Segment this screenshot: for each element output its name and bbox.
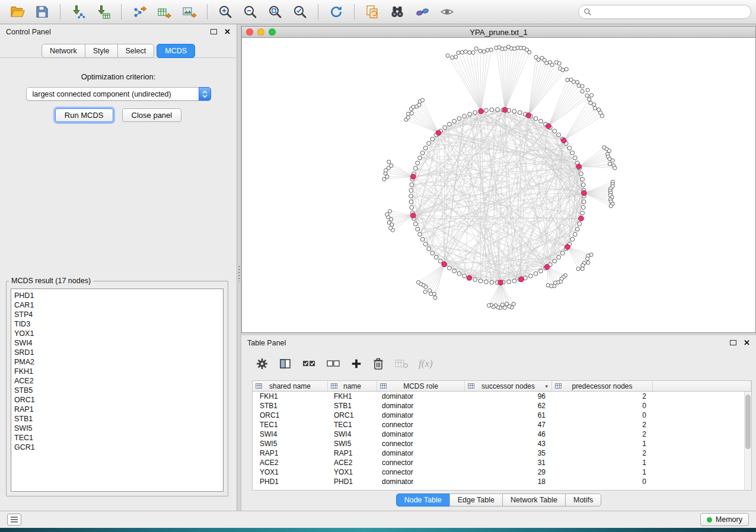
- criterion-select[interactable]: largest connected component (undirected): [26, 87, 211, 101]
- select-all-columns-button[interactable]: [302, 357, 316, 370]
- mcds-result-item[interactable]: GCR1: [14, 443, 220, 452]
- hide-graphics-details-button[interactable]: [410, 2, 435, 22]
- table-cell[interactable]: 96: [465, 392, 552, 400]
- mcds-result-item[interactable]: ORC1: [14, 395, 220, 405]
- table-cell[interactable]: 2: [552, 392, 653, 400]
- show-graphics-details-button[interactable]: [435, 2, 460, 22]
- table-cell[interactable]: connector: [377, 468, 465, 476]
- table-cell[interactable]: dominator: [377, 392, 465, 400]
- tab-motifs[interactable]: Motifs: [565, 493, 601, 507]
- zoom-fit-button[interactable]: [263, 2, 288, 22]
- mcds-result-item[interactable]: STP4: [14, 310, 220, 319]
- close-panel-icon[interactable]: ✕: [744, 339, 750, 347]
- table-cell[interactable]: SWI5: [328, 440, 377, 448]
- table-row[interactable]: ACE2ACE2connector311: [253, 458, 751, 467]
- table-cell[interactable]: dominator: [377, 430, 465, 438]
- table-cell[interactable]: 62: [465, 402, 552, 410]
- memory-button[interactable]: Memory: [700, 513, 749, 526]
- first-neighbors-button[interactable]: [385, 2, 410, 22]
- panel-splitter-vertical[interactable]: [237, 24, 241, 511]
- create-column-button[interactable]: [350, 358, 362, 370]
- tab-mcds[interactable]: MCDS: [157, 44, 195, 58]
- delete-column-button[interactable]: [372, 357, 384, 370]
- table-cell[interactable]: 2: [552, 430, 653, 438]
- mcds-result-item[interactable]: ACE2: [14, 376, 220, 386]
- table-cell[interactable]: SWI4: [253, 430, 328, 438]
- table-cell[interactable]: TEC1: [253, 421, 328, 429]
- tab-network-table[interactable]: Network Table: [502, 493, 566, 507]
- column-header-predecessor-nodes[interactable]: predecessor nodes: [552, 381, 653, 391]
- table-cell[interactable]: dominator: [377, 411, 465, 419]
- table-row[interactable]: PHD1PHD1dominator180: [253, 477, 751, 486]
- table-cell[interactable]: FKH1: [328, 392, 377, 400]
- table-cell[interactable]: YOX1: [328, 468, 377, 476]
- mcds-result-item[interactable]: PMA2: [14, 357, 220, 367]
- refresh-view-button[interactable]: [324, 2, 349, 22]
- import-network-button[interactable]: [66, 2, 91, 22]
- table-cell[interactable]: dominator: [377, 449, 465, 457]
- table-cell[interactable]: 0: [552, 411, 653, 419]
- table-scrollbar[interactable]: [744, 392, 751, 490]
- tab-edge-table[interactable]: Edge Table: [449, 493, 503, 507]
- table-row[interactable]: TEC1TEC1connector472: [253, 420, 751, 430]
- table-settings-button[interactable]: [256, 357, 269, 370]
- task-history-button[interactable]: [7, 514, 21, 525]
- table-row[interactable]: FKH1FKH1dominator962: [253, 392, 751, 401]
- mcds-result-item[interactable]: SWI4: [14, 338, 220, 348]
- tab-network[interactable]: Network: [42, 44, 85, 58]
- table-cell[interactable]: 0: [552, 477, 653, 486]
- table-row[interactable]: STB1STB1dominator620: [253, 401, 751, 411]
- table-cell[interactable]: 43: [465, 440, 552, 448]
- scrollbar-thumb[interactable]: [745, 395, 751, 449]
- column-header-successor-nodes[interactable]: successor nodes ▾: [465, 381, 552, 391]
- zoom-in-button[interactable]: [213, 2, 238, 22]
- table-cell[interactable]: RAP1: [253, 449, 328, 457]
- deselect-all-columns-button[interactable]: [326, 357, 340, 370]
- mcds-result-item[interactable]: TID3: [14, 319, 220, 329]
- save-session-button[interactable]: [30, 2, 55, 22]
- export-image-button[interactable]: [177, 2, 202, 22]
- table-cell[interactable]: 1: [552, 459, 653, 467]
- table-cell[interactable]: SWI4: [328, 430, 377, 438]
- table-cell[interactable]: YOX1: [253, 468, 328, 476]
- table-cell[interactable]: 2: [552, 421, 653, 429]
- duplicate-network-button[interactable]: [360, 2, 385, 22]
- close-panel-icon[interactable]: ✕: [224, 28, 231, 36]
- table-cell[interactable]: connector: [377, 459, 465, 467]
- table-cell[interactable]: RAP1: [328, 449, 377, 457]
- mcds-result-item[interactable]: PHD1: [14, 291, 220, 300]
- table-cell[interactable]: 0: [552, 402, 653, 410]
- table-cell[interactable]: connector: [377, 421, 465, 429]
- run-mcds-button[interactable]: Run MCDS: [55, 108, 113, 122]
- table-cell[interactable]: ACE2: [253, 459, 328, 467]
- table-cell[interactable]: 1: [552, 468, 653, 476]
- table-row[interactable]: SWI5SWI5connector431: [253, 439, 751, 448]
- tab-style[interactable]: Style: [85, 44, 118, 58]
- mcds-result-item[interactable]: SWI5: [14, 424, 220, 433]
- mcds-result-item[interactable]: CAR1: [14, 300, 220, 310]
- table-cell[interactable]: 61: [465, 411, 552, 419]
- table-cell[interactable]: ORC1: [328, 411, 377, 419]
- mcds-result-item[interactable]: SRD1: [14, 348, 220, 357]
- table-cell[interactable]: FKH1: [253, 392, 328, 400]
- table-cell[interactable]: 46: [465, 430, 552, 438]
- export-table-button[interactable]: [152, 2, 177, 22]
- table-cell[interactable]: SWI5: [253, 440, 328, 448]
- table-cell[interactable]: TEC1: [328, 421, 377, 429]
- column-header-mcds-role[interactable]: MCDS role: [377, 381, 465, 391]
- mcds-result-item[interactable]: STB5: [14, 386, 220, 395]
- table-cell[interactable]: 47: [465, 421, 552, 429]
- tab-node-table[interactable]: Node Table: [396, 493, 450, 507]
- column-header-shared-name[interactable]: shared name: [253, 381, 328, 391]
- table-cell[interactable]: ACE2: [328, 459, 377, 467]
- network-canvas[interactable]: [242, 38, 755, 332]
- mcds-result-item[interactable]: YOX1: [14, 329, 220, 338]
- float-panel-icon[interactable]: [730, 340, 736, 345]
- close-panel-button[interactable]: Close panel: [122, 108, 182, 122]
- import-table-button[interactable]: [91, 2, 116, 22]
- table-row[interactable]: ORC1ORC1dominator610: [253, 411, 751, 420]
- column-header-name[interactable]: name: [328, 381, 377, 391]
- zoom-out-button[interactable]: [238, 2, 263, 22]
- mcds-result-item[interactable]: RAP1: [14, 405, 220, 414]
- mcds-result-item[interactable]: TEC1: [14, 433, 220, 443]
